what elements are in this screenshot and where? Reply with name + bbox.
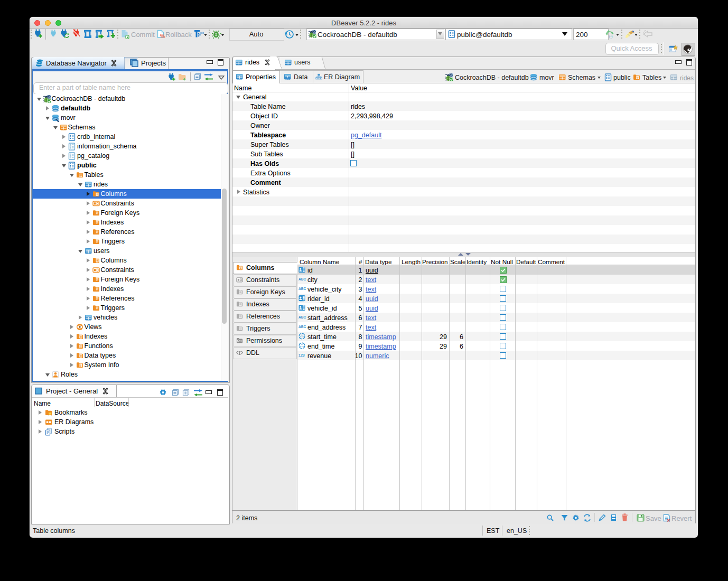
svg-text:(-): (-) [609,34,613,39]
